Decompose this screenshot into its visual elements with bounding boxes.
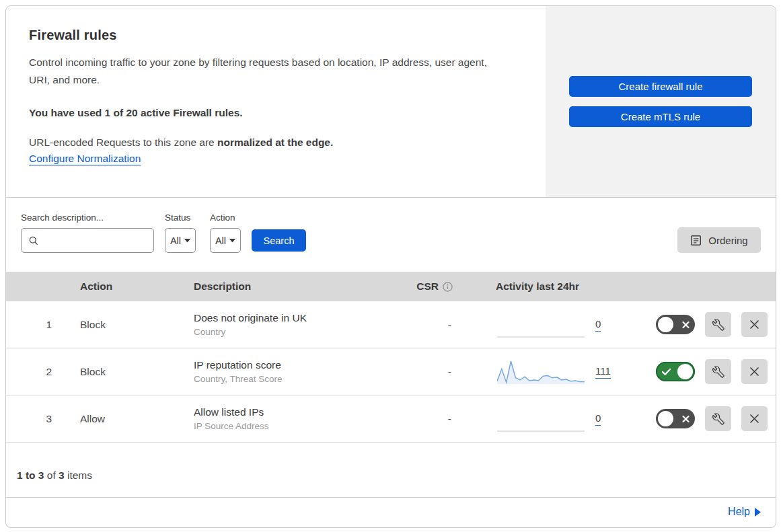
rule-csr-value: - (396, 366, 457, 378)
of-text: of (44, 469, 59, 481)
status-select[interactable]: All (165, 228, 196, 253)
wrench-icon (712, 413, 724, 425)
header-action: Action (67, 280, 184, 293)
activity-sparkline (497, 311, 585, 338)
pagination-summary: 1 to 3 of 3 items (6, 443, 776, 497)
table-row: 2 Block IP reputation score Country, Thr… (6, 348, 776, 395)
action-value: All (215, 235, 226, 246)
page-description: Control incoming traffic to your zone by… (29, 54, 507, 89)
rule-enabled-toggle[interactable] (656, 315, 695, 334)
ordering-button[interactable]: Ordering (677, 227, 761, 253)
delete-rule-button[interactable] (741, 359, 768, 384)
info-icon[interactable] (443, 282, 453, 292)
activity-sparkline (497, 358, 585, 385)
create-mtls-rule-button[interactable]: Create mTLS rule (569, 106, 752, 127)
header-csr: CSR (396, 280, 457, 293)
search-input-box[interactable] (21, 228, 154, 253)
help-label: Help (728, 506, 750, 518)
toggle-knob (658, 317, 673, 332)
rule-description-cell: Does not originate in UK Country (184, 312, 396, 337)
edit-rule-button[interactable] (705, 359, 731, 384)
rule-action: Allow (67, 413, 184, 425)
search-button[interactable]: Search (252, 229, 306, 252)
rule-activity-cell: 0 (457, 311, 625, 338)
normalization-bold: normalized at the edge. (217, 137, 333, 148)
rule-enabled-toggle[interactable] (656, 362, 695, 381)
delete-rule-button[interactable] (741, 406, 768, 431)
help-link[interactable]: Help (728, 506, 761, 518)
toggle-check-icon (662, 368, 671, 375)
page-title: Firewall rules (29, 28, 519, 43)
normalization-text: URL-encoded Requests to this zone are no… (29, 137, 519, 149)
wrench-icon (712, 366, 724, 378)
actions-panel: Create firewall rule Create mTLS rule (546, 6, 776, 197)
rule-priority: 2 (6, 366, 67, 378)
rule-activity-cell: 111 (457, 358, 625, 385)
rule-description: IP reputation score (194, 359, 396, 371)
filter-bar: Search description... Status All Action … (6, 198, 776, 272)
rule-action: Block (67, 319, 184, 331)
range-text: 1 to 3 (17, 469, 44, 481)
rule-description-cell: IP reputation score Country, Threat Scor… (184, 359, 396, 384)
rule-controls (625, 312, 776, 337)
edit-rule-button[interactable] (705, 406, 731, 431)
header-text-block: Firewall rules Control incoming traffic … (6, 6, 546, 197)
search-label: Search description... (21, 213, 154, 223)
toggle-knob (677, 364, 693, 379)
rule-priority: 1 (6, 319, 67, 331)
toggle-x-icon (682, 321, 690, 328)
chevron-down-icon (184, 239, 190, 243)
close-icon (749, 414, 759, 424)
rule-priority: 3 (6, 413, 67, 425)
rule-action: Block (67, 366, 184, 378)
chevron-down-icon (229, 239, 235, 243)
chevron-right-icon (755, 508, 761, 517)
rule-fields: IP Source Address (194, 421, 396, 431)
usage-summary: You have used 1 of 20 active Firewall ru… (29, 107, 519, 119)
items-text: items (65, 469, 92, 481)
delete-rule-button[interactable] (741, 312, 768, 337)
status-group: Status All (165, 213, 196, 253)
action-group: Action All (210, 213, 241, 253)
table-header: Action Description CSR Activity last 24h… (6, 272, 776, 301)
rule-csr-value: - (396, 319, 457, 331)
help-row: Help (6, 497, 776, 527)
wrench-icon (712, 319, 724, 331)
status-value: All (170, 235, 181, 246)
status-label: Status (165, 213, 196, 223)
toggle-knob (658, 411, 673, 426)
header-section: Firewall rules Control incoming traffic … (6, 6, 776, 198)
activity-sparkline (497, 406, 585, 432)
create-firewall-rule-button[interactable]: Create firewall rule (569, 76, 752, 97)
rule-controls (625, 406, 776, 431)
search-icon (28, 235, 39, 246)
header-description: Description (184, 280, 396, 293)
rule-description: Allow listed IPs (194, 406, 396, 418)
action-select[interactable]: All (210, 228, 241, 253)
table-row: 3 Allow Allow listed IPs IP Source Addre… (6, 395, 776, 443)
normalization-prefix: URL-encoded Requests to this zone are (29, 137, 217, 148)
close-icon (749, 367, 759, 377)
total-count: 3 (59, 469, 65, 481)
rule-description: Does not originate in UK (194, 312, 396, 324)
csr-label: CSR (416, 280, 439, 293)
close-icon (749, 319, 759, 330)
rule-enabled-toggle[interactable] (656, 409, 695, 428)
table-row: 1 Block Does not originate in UK Country… (6, 301, 776, 348)
rule-activity-cell: 0 (457, 406, 625, 432)
configure-normalization-link[interactable]: Configure Normalization (29, 153, 141, 165)
rule-description-cell: Allow listed IPs IP Source Address (184, 406, 396, 431)
action-label: Action (210, 213, 241, 223)
activity-count-link[interactable]: 111 (595, 365, 611, 379)
search-group: Search description... (21, 213, 154, 253)
rule-fields: Country (194, 327, 396, 337)
rule-csr-value: - (396, 413, 457, 425)
rule-fields: Country, Threat Score (194, 374, 396, 384)
activity-count-link[interactable]: 0 (595, 412, 601, 426)
ordering-list-icon (690, 235, 702, 246)
edit-rule-button[interactable] (705, 312, 731, 337)
header-activity: Activity last 24hr (457, 280, 625, 293)
activity-count-link[interactable]: 0 (595, 318, 601, 332)
search-input[interactable] (44, 235, 166, 246)
rule-controls (625, 359, 776, 384)
